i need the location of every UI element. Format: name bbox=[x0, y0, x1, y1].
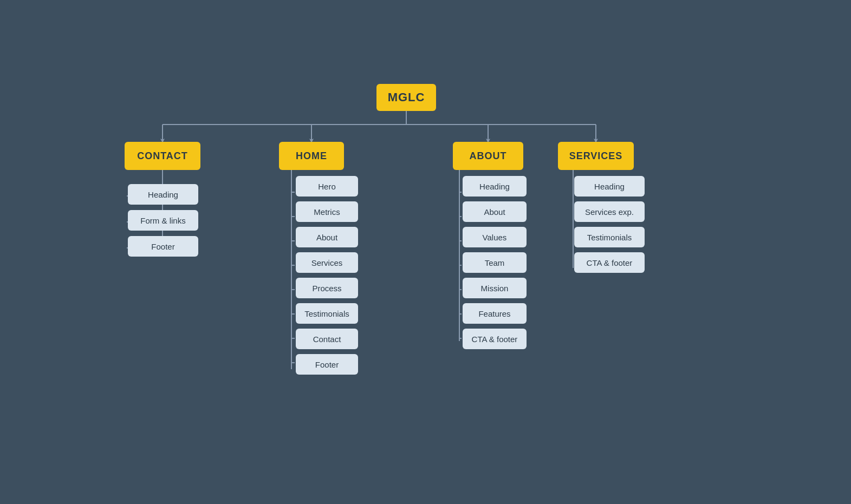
leaf-about-cta[interactable]: CTA & footer bbox=[463, 329, 527, 349]
branch-contact[interactable]: CONTACT bbox=[125, 142, 200, 170]
branch-services-label: SERVICES bbox=[569, 150, 623, 162]
leaf-home-process[interactable]: Process bbox=[296, 278, 358, 298]
branch-about-label: ABOUT bbox=[470, 150, 507, 162]
leaf-about-about[interactable]: About bbox=[463, 201, 527, 222]
branch-home-label: HOME bbox=[296, 150, 327, 162]
leaf-about-values[interactable]: Values bbox=[463, 227, 527, 247]
branch-services[interactable]: SERVICES bbox=[558, 142, 634, 170]
leaf-home-contact[interactable]: Contact bbox=[296, 329, 358, 349]
branch-about[interactable]: ABOUT bbox=[453, 142, 523, 170]
root-node[interactable]: MGLC bbox=[376, 84, 436, 111]
leaf-about-heading[interactable]: Heading bbox=[463, 176, 527, 197]
leaf-contact-footer[interactable]: Footer bbox=[128, 236, 198, 257]
leaf-services-exp[interactable]: Services exp. bbox=[574, 201, 645, 222]
leaf-home-about[interactable]: About bbox=[296, 227, 358, 247]
leaf-services-heading[interactable]: Heading bbox=[574, 176, 645, 197]
root-label: MGLC bbox=[388, 90, 425, 104]
leaf-about-features[interactable]: Features bbox=[463, 303, 527, 324]
leaf-home-metrics[interactable]: Metrics bbox=[296, 201, 358, 222]
leaf-contact-heading[interactable]: Heading bbox=[128, 184, 198, 205]
diagram-container: MGLC CONTACT Heading Form & links Footer… bbox=[0, 0, 851, 504]
leaf-about-team[interactable]: Team bbox=[463, 252, 527, 273]
leaf-home-testimonials[interactable]: Testimonials bbox=[296, 303, 358, 324]
leaf-about-mission[interactable]: Mission bbox=[463, 278, 527, 298]
branch-contact-label: CONTACT bbox=[137, 150, 188, 162]
leaf-home-footer[interactable]: Footer bbox=[296, 354, 358, 375]
leaf-home-services[interactable]: Services bbox=[296, 252, 358, 273]
branch-home[interactable]: HOME bbox=[279, 142, 344, 170]
leaf-services-testimonials[interactable]: Testimonials bbox=[574, 227, 645, 247]
leaf-home-hero[interactable]: Hero bbox=[296, 176, 358, 197]
leaf-services-cta[interactable]: CTA & footer bbox=[574, 252, 645, 273]
leaf-contact-form[interactable]: Form & links bbox=[128, 210, 198, 231]
